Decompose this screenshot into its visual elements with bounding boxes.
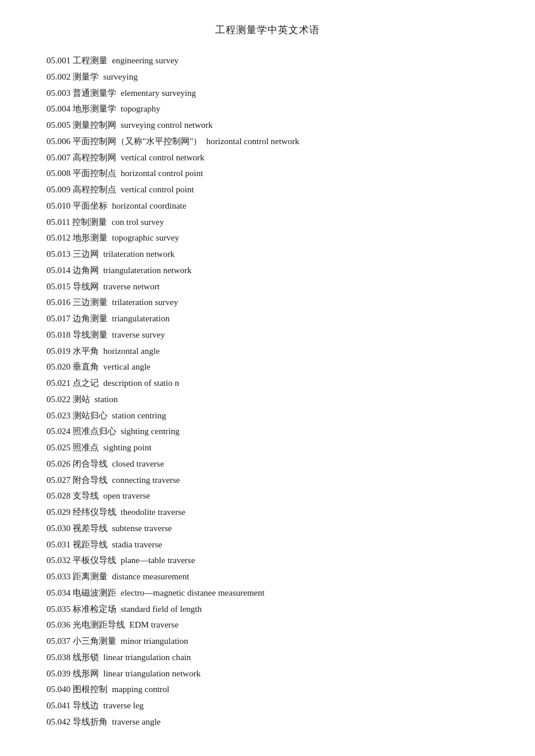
- list-item: 05.011 控制测量 con trol survey: [47, 214, 488, 231]
- list-item: 05.035 标准检定场 standard field of length: [47, 601, 488, 618]
- list-item: 05.040 图根控制 mapping control: [47, 682, 488, 698]
- list-item: 05.015 导线网 traverse networt: [47, 279, 488, 295]
- list-item: 05.014 边角网 triangulateration network: [47, 263, 488, 279]
- list-item: 05.004 地形测量学 topography: [47, 101, 488, 117]
- list-item: 05.006 平面控制网（又称"水平控制网"） horizontal contr…: [47, 134, 488, 150]
- list-item: 05.012 地形测量 topographic survey: [47, 230, 488, 246]
- list-item: 05.029 经纬仪导线 theodolite traverse: [47, 504, 488, 521]
- page-title: 工程测量学中英文术语: [47, 23, 488, 37]
- list-item: 05.041 导线边 traverse leg: [47, 698, 488, 714]
- list-item: 05.027 附合导线 connecting traverse: [47, 472, 488, 489]
- list-item: 05.019 水平角 horizontal angle: [47, 343, 488, 360]
- list-item: 05.026 闭合导线 closed traverse: [47, 456, 488, 472]
- list-item: 05.013 三边网 trilateration network: [47, 246, 488, 263]
- list-item: 05.017 边角测量 triangulateration: [47, 311, 488, 327]
- list-item: 05.037 小三角测量 minor triangulation: [47, 633, 488, 650]
- list-item: 05.016 三边测量 trilateration survey: [47, 295, 488, 311]
- list-item: 05.033 距离测量 distance measurement: [47, 569, 488, 585]
- list-item: 05.032 平板仪导线 plane—table traverse: [47, 553, 488, 569]
- list-item: 05.007 高程控制网 vertical control network: [47, 150, 488, 166]
- list-item: 05.038 线形锁 linear triangulation chain: [47, 650, 488, 666]
- list-item: 05.025 照准点 sighting point: [47, 440, 488, 456]
- list-item: 05.005 测量控制网 surveying control network: [47, 117, 488, 134]
- list-item: 05.018 导线测量 traverse survey: [47, 327, 488, 343]
- list-item: 05.036 光电测距导线 EDM traverse: [47, 617, 488, 633]
- list-item: 05.001 工程测量 engineering survey: [47, 53, 488, 69]
- list-item: 05.010 平面坐标 horizontal coordinate: [47, 198, 488, 214]
- list-item: 05.039 线形网 linear triangulation network: [47, 666, 488, 682]
- list-item: 05.042 导线折角 traverse angle: [47, 714, 488, 730]
- list-item: 05.022 测站 station: [47, 392, 488, 408]
- list-item: 05.008 平面控制点 horizontal control point: [47, 166, 488, 182]
- list-item: 05.021 点之记 description of statio n: [47, 375, 488, 392]
- list-item: 05.028 支导线 open traverse: [47, 488, 488, 504]
- list-item: 05.023 测站归心 station centring: [47, 408, 488, 424]
- list-item: 05.024 照准点归心 sighting centring: [47, 424, 488, 440]
- list-item: 05.030 视差导线 subtense traverse: [47, 521, 488, 537]
- list-item: 05.020 垂直角 vertical angle: [47, 359, 488, 375]
- term-list: 05.001 工程测量 engineering survey05.002 测量学…: [47, 53, 488, 730]
- list-item: 05.034 电磁波测距 electro—magnetic distanee m…: [47, 585, 488, 601]
- list-item: 05.009 高程控制点 vertical control point: [47, 182, 488, 198]
- list-item: 05.031 视距导线 stadia traverse: [47, 537, 488, 553]
- list-item: 05.003 普通测量学 elementary surveying: [47, 85, 488, 102]
- list-item: 05.002 测量学 surveying: [47, 69, 488, 85]
